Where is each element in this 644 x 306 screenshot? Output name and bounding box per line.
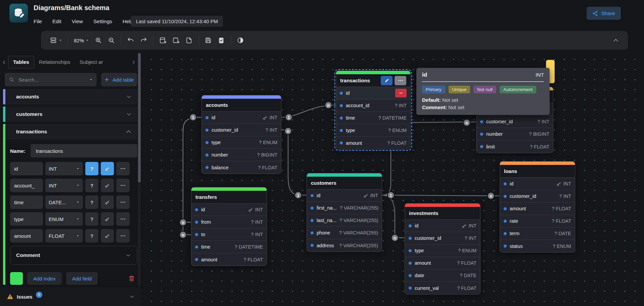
table-field-row[interactable]: customer_id? INT <box>405 232 480 245</box>
save-button[interactable] <box>204 37 212 44</box>
accordion-header-customers[interactable]: customers <box>5 106 137 122</box>
table-field-row[interactable]: status? ENUM <box>500 240 575 252</box>
primary-key-toggle[interactable] <box>101 162 114 175</box>
theme-toggle-button[interactable] <box>237 37 244 44</box>
tabs-scroll-left-button[interactable] <box>0 59 8 65</box>
table-field-row[interactable]: idINT <box>405 220 480 232</box>
field-type-select[interactable]: INT <box>45 162 83 175</box>
diagram-table-customers[interactable]: customersidINTfirst_na...? VARCHAR(255)l… <box>307 173 382 252</box>
table-field-row[interactable]: number? BIGINT <box>476 128 553 140</box>
table-field-row[interactable]: amount? FLOAT <box>500 203 575 215</box>
nullable-toggle[interactable]: ? <box>85 212 98 226</box>
diagram-table-accounts[interactable]: accountsidINTcustomer_id? INTtype? ENUMn… <box>201 95 281 174</box>
issues-bar[interactable]: Issues 0 <box>0 287 142 306</box>
table-field-row[interactable]: limit? FLOAT <box>476 140 553 153</box>
diagram-table-transactions[interactable]: transactionsidaccount_id? INTtime? DATET… <box>336 71 411 149</box>
table-field-row[interactable]: customer_id? INT <box>476 116 553 128</box>
add-area-button[interactable] <box>172 37 180 44</box>
diagram-table-transfers[interactable]: transfersidINTfrom? INTto? INTtime? DATE… <box>191 187 267 266</box>
table-field-row[interactable]: current_val? FLOAT <box>405 282 480 294</box>
table-field-row[interactable]: id <box>336 87 410 99</box>
field-more-button[interactable] <box>116 229 130 243</box>
undo-button[interactable] <box>127 37 134 44</box>
primary-key-toggle[interactable] <box>101 229 114 243</box>
table-field-row[interactable]: type? ENUM <box>336 124 410 137</box>
todo-button[interactable] <box>218 37 225 44</box>
table-field-row[interactable]: balance? FLOAT <box>202 161 281 174</box>
table-field-row[interactable]: customer_id? INT <box>202 124 281 136</box>
table-search[interactable] <box>5 73 97 86</box>
table-name-input[interactable] <box>31 144 137 158</box>
collapse-toolbar-button[interactable] <box>612 37 619 44</box>
chevron-down-icon[interactable] <box>129 294 135 300</box>
app-logo[interactable] <box>9 4 28 23</box>
field-more-button[interactable] <box>116 195 130 209</box>
nullable-toggle[interactable]: ? <box>85 179 98 192</box>
table-field-row[interactable]: idINT <box>500 178 575 190</box>
field-name-input[interactable]: account_ <box>10 179 43 192</box>
menu-item-edit[interactable]: Edit <box>52 18 61 25</box>
relationship-line[interactable] <box>382 195 500 196</box>
delete-table-button[interactable] <box>128 275 135 282</box>
table-field-row[interactable]: first_na...? VARCHAR(255) <box>307 202 382 214</box>
table-field-row[interactable]: idINT <box>191 204 267 216</box>
scrollbar-thumb[interactable] <box>138 53 141 182</box>
menu-item-view[interactable]: View <box>72 18 83 25</box>
table-more-button[interactable] <box>395 76 406 85</box>
field-name-input[interactable]: type <box>10 212 43 226</box>
table-field-row[interactable]: from? INT <box>191 216 267 228</box>
nullable-toggle[interactable]: ? <box>85 162 98 175</box>
table-field-row[interactable]: customer_id? INT <box>500 190 575 203</box>
relationship-line[interactable] <box>281 130 307 195</box>
edit-table-button[interactable] <box>381 76 393 85</box>
layout-options-button[interactable] <box>50 37 62 44</box>
zoom-level-dropdown[interactable]: 82% <box>74 38 89 43</box>
table-field-row[interactable]: phone? VARCHAR(255) <box>307 227 382 239</box>
zoom-in-button[interactable] <box>95 37 102 44</box>
primary-key-toggle[interactable] <box>101 179 114 192</box>
table-field-row[interactable]: rate? FLOAT <box>500 215 575 227</box>
tabs-scroll-right-button[interactable] <box>131 59 136 65</box>
add-table-sidebar-button[interactable]: Add table <box>101 73 137 86</box>
table-field-row[interactable]: date? DATE <box>405 269 480 282</box>
menu-item-file[interactable]: File <box>34 18 42 25</box>
sidebar-scrollbar[interactable] <box>138 53 141 287</box>
table-field-row[interactable]: type? ENUM <box>202 136 281 149</box>
share-button[interactable]: Share <box>587 7 621 20</box>
table-field-row[interactable]: time? DATETIME <box>336 112 410 124</box>
field-more-button[interactable] <box>116 179 130 192</box>
accordion-header-accounts[interactable]: accounts <box>5 89 137 104</box>
primary-key-toggle[interactable] <box>101 195 114 209</box>
nullable-toggle[interactable]: ? <box>85 195 98 209</box>
field-more-button[interactable] <box>116 162 130 175</box>
search-input[interactable] <box>18 77 86 83</box>
table-field-row[interactable]: address? VARCHAR(255) <box>307 239 382 252</box>
field-type-select[interactable]: INT <box>45 179 83 192</box>
table-field-row[interactable]: to? INT <box>191 228 267 241</box>
zoom-out-button[interactable] <box>108 37 115 44</box>
table-field-row[interactable]: idINT <box>307 189 382 202</box>
table-field-row[interactable]: account_id? INT <box>336 99 410 112</box>
field-type-select[interactable]: FLOAT <box>45 229 83 243</box>
tab-subject-ar[interactable]: Subject ar <box>75 56 108 68</box>
tab-tables[interactable]: Tables <box>8 56 34 69</box>
field-name-input[interactable]: id <box>10 162 43 175</box>
diagram-canvas[interactable]: 1nn1n1n1nnn accountsidINTcustomer_id? IN… <box>142 50 644 306</box>
table-field-row[interactable]: last_na...? VARCHAR(255) <box>307 214 382 227</box>
table-field-row[interactable]: amount? FLOAT <box>336 137 410 149</box>
field-more-button[interactable] <box>116 212 130 226</box>
tab-relationships[interactable]: Relationships <box>34 56 75 68</box>
diagram-table-investments[interactable]: investmentsidINTcustomer_id? INTtype? EN… <box>405 203 480 295</box>
field-name-input[interactable]: time <box>10 195 43 209</box>
add-index-button[interactable]: Add index <box>27 272 62 285</box>
comment-section[interactable]: Comment <box>10 246 137 265</box>
accordion-header-transactions[interactable]: transactions <box>5 124 137 139</box>
diagram-table-loans[interactable]: loansidINTcustomer_id? INTamount? FLOATr… <box>500 161 575 253</box>
nullable-toggle[interactable]: ? <box>85 229 98 243</box>
field-type-select[interactable]: DATE... <box>45 195 83 209</box>
table-field-row[interactable]: amount? FLOAT <box>191 253 267 266</box>
add-note-button[interactable] <box>185 37 193 44</box>
table-field-row[interactable]: amount? FLOAT <box>405 257 480 269</box>
redo-button[interactable] <box>140 37 147 44</box>
field-name-input[interactable]: amount <box>10 229 43 243</box>
